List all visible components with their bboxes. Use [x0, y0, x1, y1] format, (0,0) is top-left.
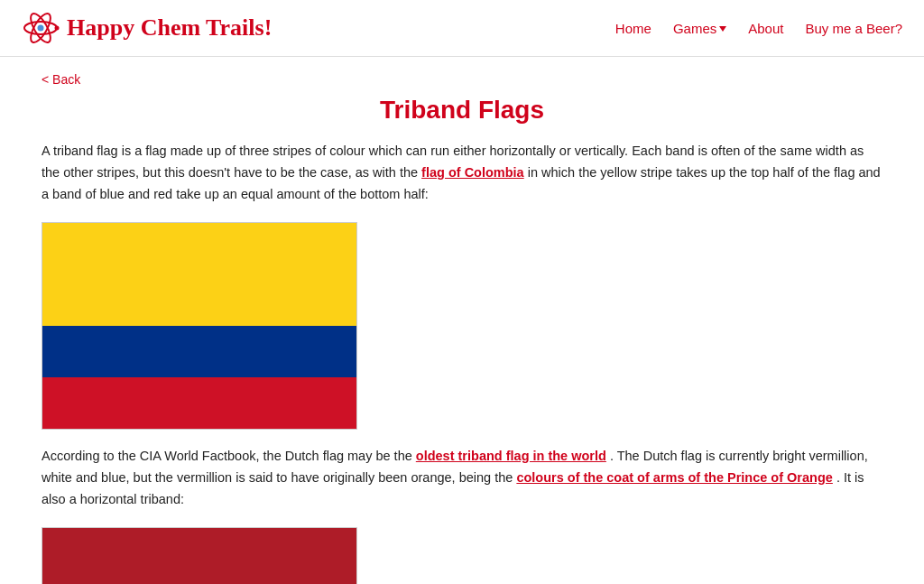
nav-buy-beer[interactable]: Buy me a Beer?	[805, 21, 902, 36]
page-title: Triband Flags	[42, 96, 882, 125]
prince-of-orange-link[interactable]: colours of the coat of arms of the Princ…	[516, 470, 832, 485]
colombia-flag-yellow	[42, 223, 356, 326]
svg-point-3	[38, 25, 44, 32]
second-paragraph: According to the CIA World Factbook, the…	[42, 446, 882, 511]
nav-about[interactable]: About	[748, 21, 783, 36]
nav-games[interactable]: Games	[673, 21, 726, 36]
colombia-flag-link[interactable]: flag of Colombia	[421, 165, 524, 180]
nav-home[interactable]: Home	[615, 21, 651, 36]
dutch-flag	[42, 527, 357, 584]
svg-point-4	[55, 26, 60, 31]
oldest-triband-link[interactable]: oldest triband flag in the world	[416, 449, 606, 463]
intro-paragraph: A triband flag is a flag made up of thre…	[42, 141, 882, 206]
site-header: Happy Chem Trails! Home Games About Buy …	[0, 0, 924, 57]
dutch-flag-red	[42, 528, 356, 584]
back-link[interactable]: < Back	[42, 72, 80, 87]
logo-text: Happy Chem Trails!	[67, 14, 272, 42]
main-nav: Home Games About Buy me a Beer?	[615, 21, 902, 36]
logo-area[interactable]: Happy Chem Trails!	[22, 9, 272, 47]
atom-icon	[22, 9, 60, 47]
main-content: < Back Triband Flags A triband flag is a…	[20, 57, 904, 584]
colombia-flag	[42, 222, 357, 430]
chevron-down-icon	[719, 26, 726, 32]
colombia-flag-red	[42, 377, 356, 429]
colombia-flag-blue	[42, 326, 356, 377]
